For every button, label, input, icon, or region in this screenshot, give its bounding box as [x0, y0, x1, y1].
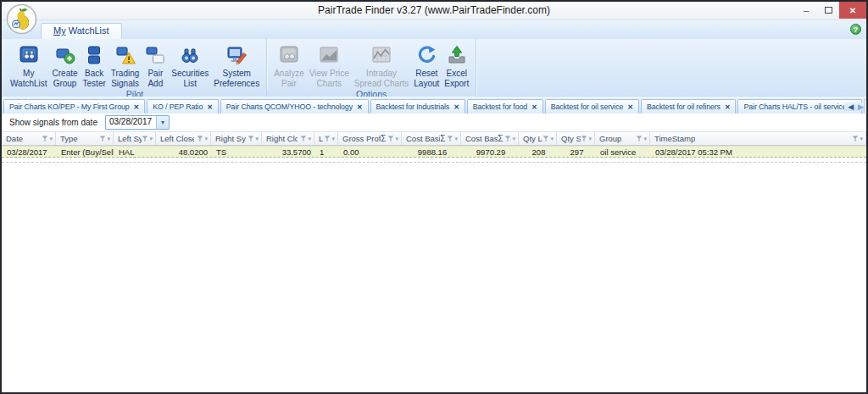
filter-funnel-icon[interactable]	[324, 136, 330, 142]
signal-row[interactable]: 03/28/2017 Enter (Buy/Sell) HAL 48.0200 …	[2, 146, 866, 158]
filter-arrow-icon[interactable]: ▾	[255, 136, 259, 142]
minimize-button[interactable]: –	[795, 2, 817, 19]
filter-funnel-icon[interactable]	[542, 136, 548, 142]
sigma-summary-icon[interactable]: Σ	[440, 134, 445, 143]
cell-gross-profit: 0.00	[338, 147, 402, 157]
ribbon-group-pilot: My WatchList Create Group	[3, 39, 267, 96]
view-price-charts-button: View Price Charts	[307, 41, 352, 89]
tab-scroll-right-icon[interactable]: ▶	[858, 103, 864, 111]
tab-scroll-controls: ◀ ▶	[844, 103, 864, 111]
close-icon: ✕	[849, 6, 856, 15]
filter-arrow-icon[interactable]: ▾	[308, 136, 311, 142]
filter-funnel-icon[interactable]	[142, 136, 147, 142]
button-label: Pair	[281, 79, 297, 89]
column-header-cost-basis-left[interactable]: Cost Basis Σ▾	[402, 132, 461, 145]
filter-funnel-icon[interactable]	[99, 136, 105, 142]
tab-scroll-left-icon[interactable]: ◀	[848, 103, 854, 111]
tab-pair-charts-qcom-yhoo[interactable]: Pair Charts QCOM/YHOO - technology ✕	[220, 99, 369, 114]
tab-pair-charts-ko-pep[interactable]: Pair Charts KO/PEP - My First Group ✕	[3, 99, 145, 114]
filter-funnel-icon[interactable]	[197, 136, 203, 142]
trading-signals-button[interactable]: Trading Signals	[108, 41, 142, 89]
grid-header-row: Date ▾ Type ▾ Left Sym ▾ Left Close ▾ Ri…	[2, 131, 866, 146]
filter-funnel-icon[interactable]	[248, 136, 253, 142]
tab-backtest-oil-service[interactable]: Backtest for oil service ✕	[545, 99, 639, 114]
tab-backtest-food[interactable]: Backtest for food ✕	[467, 99, 543, 114]
tab-close-icon[interactable]: ✕	[531, 103, 537, 111]
securities-list-button[interactable]: Securities List	[169, 41, 211, 89]
tab-label: Backtest for oil refiners	[647, 103, 721, 111]
filter-funnel-icon[interactable]	[42, 136, 47, 142]
system-preferences-button[interactable]: System Preferences	[211, 41, 262, 89]
filter-arrow-icon[interactable]: ▾	[331, 136, 335, 142]
button-label: Securities	[171, 69, 209, 79]
tab-backtest-industrials[interactable]: Backtest for Industrials ✕	[370, 99, 465, 114]
tab-close-icon[interactable]: ✕	[134, 103, 140, 111]
filter-funnel-icon[interactable]	[300, 136, 306, 142]
intraday-spread-charts-button: Intraday Spread Charts	[352, 41, 411, 89]
filter-funnel-icon[interactable]	[447, 136, 453, 142]
column-header-group[interactable]: Group ▾	[595, 132, 650, 145]
column-header-cost-basis-right[interactable]: Cost Basis Σ▾	[461, 132, 519, 145]
filter-arrow-icon[interactable]: ▾	[512, 136, 515, 142]
sigma-summary-icon[interactable]: Σ	[498, 134, 503, 143]
column-header-timestamp[interactable]: TimeStamp ▾	[650, 132, 866, 145]
filter-funnel-icon[interactable]	[581, 136, 587, 142]
my-watchlist-button[interactable]: My WatchList	[8, 41, 50, 89]
filter-funnel-icon[interactable]	[852, 136, 858, 142]
column-header-gross-profit[interactable]: Gross Profit Σ▾	[338, 132, 402, 145]
back-tester-button[interactable]: Back Tester	[81, 41, 108, 89]
filter-arrow-icon[interactable]: ▾	[395, 136, 398, 142]
maximize-icon	[825, 7, 832, 14]
column-header-date[interactable]: Date ▾	[2, 132, 56, 145]
column-header-qty-lo[interactable]: Qty Lo ▾	[519, 132, 557, 145]
filter-arrow-icon[interactable]: ▾	[49, 136, 53, 142]
button-label: My	[23, 69, 34, 79]
column-header-right-close[interactable]: Right Close ▾	[262, 132, 314, 145]
filter-arrow-icon[interactable]: ▾	[107, 136, 110, 142]
column-header-right-sy[interactable]: Right Sy ▾	[211, 132, 262, 145]
maximize-button[interactable]	[817, 2, 839, 19]
column-header-qty-sh[interactable]: Qty Sh ▾	[557, 132, 595, 145]
cell-group: oil service	[595, 147, 650, 157]
date-dropdown-button[interactable]: ▾	[156, 116, 169, 129]
filter-funnel-icon[interactable]	[387, 136, 393, 142]
filter-arrow-icon[interactable]: ▾	[588, 136, 592, 142]
filter-arrow-icon[interactable]: ▾	[550, 136, 554, 142]
help-button[interactable]: ?	[850, 24, 861, 35]
filter-funnel-icon[interactable]	[504, 136, 510, 142]
tab-close-icon[interactable]: ✕	[627, 103, 633, 111]
pair-add-button[interactable]: Pair Add	[142, 41, 169, 89]
button-label: System	[223, 69, 251, 79]
column-header-left-sym[interactable]: Left Sym ▾	[114, 132, 156, 145]
sigma-summary-icon[interactable]: Σ	[381, 134, 386, 143]
signals-date-picker[interactable]: 03/28/2017 ▾	[105, 115, 170, 130]
filter-arrow-icon[interactable]: ▾	[643, 136, 647, 142]
tab-close-icon[interactable]: ✕	[453, 103, 459, 111]
tab-label: Backtest for Industrials	[376, 103, 450, 111]
tab-backtest-oil-refiners[interactable]: Backtest for oil refiners ✕	[641, 99, 737, 114]
reset-layout-button[interactable]: Reset Layout	[411, 41, 442, 89]
excel-export-button[interactable]: Excel Export	[442, 41, 471, 89]
column-header-l[interactable]: L ▾	[314, 132, 338, 145]
close-button[interactable]: ✕	[839, 2, 866, 19]
column-header-type[interactable]: Type ▾	[56, 132, 114, 145]
column-header-left-close[interactable]: Left Close ▾	[156, 132, 211, 145]
create-group-button[interactable]: Create Group	[50, 41, 81, 89]
trading-signals-icon	[114, 42, 136, 68]
signals-grid: Date ▾ Type ▾ Left Sym ▾ Left Close ▾ Ri…	[2, 131, 866, 163]
filter-arrow-icon[interactable]: ▾	[204, 136, 208, 142]
tab-close-icon[interactable]: ✕	[207, 103, 213, 111]
filter-arrow-icon[interactable]: ▾	[860, 136, 863, 142]
pair-add-icon	[144, 42, 166, 68]
tab-label: Backtest for oil service	[551, 103, 624, 111]
tab-close-icon[interactable]: ✕	[725, 103, 731, 111]
minimize-icon: –	[804, 5, 809, 15]
tab-pair-charts-hal-ts[interactable]: Pair Charts HAL/TS - oil service ✕	[737, 99, 862, 114]
filter-funnel-icon[interactable]	[636, 136, 642, 142]
tab-trading-signals[interactable]: Trading Signals ✕	[864, 99, 866, 114]
filter-arrow-icon[interactable]: ▾	[149, 136, 153, 142]
tab-ko-pep-ratio[interactable]: KO / PEP Ratio ✕	[147, 99, 219, 114]
tab-close-icon[interactable]: ✕	[357, 103, 363, 111]
filter-arrow-icon[interactable]: ▾	[454, 136, 458, 142]
ribbon-tab-my-watchlist[interactable]: My WatchList	[41, 23, 122, 39]
